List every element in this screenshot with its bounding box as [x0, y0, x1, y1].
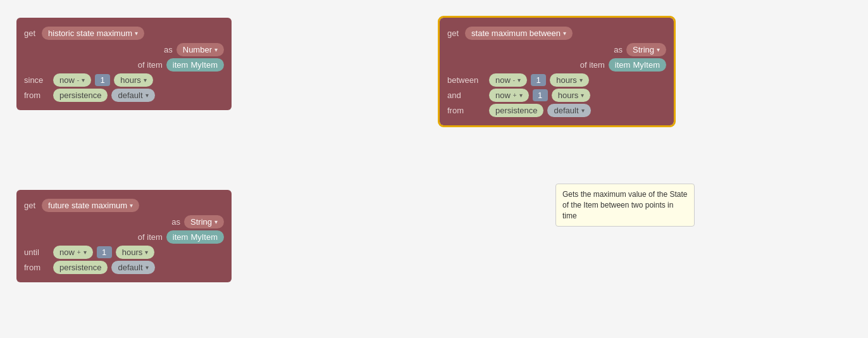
tooltip-text: Gets the maximum value of the State of t…	[562, 190, 687, 220]
block3-title-arrow: ▾	[563, 30, 566, 37]
block2-until-label: until	[24, 247, 49, 257]
block2-as-label: as	[171, 217, 180, 227]
block3-op2-label: +	[513, 92, 517, 99]
block3-now1-label: now	[495, 75, 511, 85]
block3-unit1-pill[interactable]: hours ▾	[550, 73, 589, 87]
block1-persistence-pill: persistence	[53, 89, 108, 102]
block2-title: future state maximum	[48, 201, 127, 210]
block2-default-pill[interactable]: default ▾	[111, 261, 154, 274]
block2-until-row: until now + ▾ 1 hours ▾	[24, 246, 224, 259]
block3-persistence-label: persistence	[495, 106, 537, 115]
block2-default-arrow: ▾	[146, 264, 149, 271]
block1-header-row: get historic state maximum ▾	[24, 25, 224, 41]
block3-now1-pill[interactable]: now - ▾	[489, 73, 527, 87]
block2-item-pill[interactable]: item MyItem	[166, 230, 224, 244]
block3-ofitem-label: of item	[580, 60, 605, 70]
block3-item-name: MyItem	[633, 60, 660, 70]
block2-now-pill[interactable]: now + ▾	[53, 246, 93, 259]
block3-persistence-pill: persistence	[489, 104, 543, 117]
block2-unit-pill[interactable]: hours ▾	[116, 246, 155, 259]
block-future-state-maximum: get future state maximum ▾ as String ▾ o…	[16, 190, 232, 282]
block2-unit-arrow: ▾	[145, 249, 148, 256]
block3-as-label: as	[614, 45, 623, 54]
block1-now-pill[interactable]: now - ▾	[53, 73, 91, 87]
block3-item-pill[interactable]: item MyItem	[609, 58, 666, 72]
block1-from-row: from persistence default ▾	[24, 89, 224, 102]
block2-ofitem-row: of item item MyItem	[24, 230, 224, 244]
block2-op-label: +	[77, 249, 81, 256]
block1-since-label: since	[24, 75, 49, 85]
block2-default-label: default	[118, 263, 142, 272]
block1-item-pill[interactable]: item MyItem	[166, 58, 224, 72]
block3-unit2: hours	[558, 91, 579, 100]
block3-as-arrow: ▾	[657, 46, 660, 53]
block3-default-pill[interactable]: default ▾	[547, 104, 590, 117]
block3-default-arrow: ▾	[581, 107, 585, 114]
block2-persistence-pill: persistence	[53, 261, 108, 274]
block2-ofitem-label: of item	[138, 232, 163, 242]
block3-op1-label: -	[513, 77, 515, 84]
block2-title-arrow: ▾	[130, 202, 133, 209]
block1-as-type-pill[interactable]: Number ▾	[177, 43, 224, 56]
block-historic-state-maximum: get historic state maximum ▾ as Number ▾…	[16, 18, 232, 110]
block1-unit: hours	[120, 75, 141, 85]
block3-as-row: as String ▾	[447, 43, 666, 56]
block2-as-type: String	[190, 217, 212, 227]
block3-op1-arrow: ▾	[518, 77, 521, 84]
block-state-maximum-between: get state maximum between ▾ as String ▾ …	[440, 18, 674, 125]
block1-unit-arrow: ▾	[144, 77, 147, 84]
block2-value[interactable]: 1	[97, 246, 112, 258]
tooltip: Gets the maximum value of the State of t…	[555, 184, 695, 227]
block2-title-pill[interactable]: future state maximum ▾	[42, 199, 139, 212]
block1-now-label: now	[59, 75, 75, 85]
block1-title: historic state maximum	[48, 28, 132, 38]
block1-ofitem-row: of item item MyItem	[24, 58, 224, 72]
block3-and-label: and	[447, 91, 485, 100]
block3-item-label: item	[615, 60, 631, 70]
workspace: get historic state maximum ▾ as Number ▾…	[0, 0, 868, 338]
block3-value1[interactable]: 1	[531, 74, 546, 86]
block3-value2[interactable]: 1	[533, 89, 548, 101]
block2-op-arrow: ▾	[84, 249, 87, 256]
block1-title-arrow: ▾	[135, 30, 138, 37]
block1-default-pill[interactable]: default ▾	[111, 89, 154, 102]
block2-persistence-label: persistence	[59, 263, 101, 272]
block3-as-type-pill[interactable]: String ▾	[626, 43, 666, 56]
block1-unit-pill[interactable]: hours ▾	[114, 73, 153, 87]
block1-as-type: Number	[183, 45, 212, 54]
block2-as-arrow: ▾	[214, 218, 218, 225]
block1-persistence-label: persistence	[59, 91, 101, 100]
block3-default-label: default	[554, 106, 578, 115]
block1-default-label: default	[118, 91, 142, 100]
block3-from-row: from persistence default ▾	[447, 104, 666, 117]
block1-since-row: since now - ▾ 1 hours ▾	[24, 73, 224, 87]
block3-now2-label: now	[495, 91, 511, 100]
block1-value[interactable]: 1	[95, 74, 110, 86]
block3-get-label: get	[447, 28, 459, 38]
block3-unit1-arrow: ▾	[580, 77, 583, 84]
block3-from-label: from	[447, 106, 485, 115]
block3-between-label: between	[447, 75, 485, 85]
block3-ofitem-row: of item item MyItem	[447, 58, 666, 72]
block2-as-type-pill[interactable]: String ▾	[184, 215, 224, 228]
block1-as-label: as	[164, 45, 173, 54]
block1-title-pill[interactable]: historic state maximum ▾	[42, 27, 144, 40]
block3-header-row: get state maximum between ▾	[447, 25, 666, 41]
block3-title-pill[interactable]: state maximum between ▾	[465, 27, 573, 40]
block2-now-label: now	[59, 247, 75, 257]
block3-now2-pill[interactable]: now + ▾	[489, 89, 529, 102]
block1-get-label: get	[24, 28, 35, 38]
block3-title: state maximum between	[471, 28, 561, 38]
block3-as-type: String	[633, 45, 654, 54]
block2-unit: hours	[122, 247, 143, 257]
block3-and-row: and now + ▾ 1 hours ▾	[447, 89, 666, 102]
block2-from-label: from	[24, 263, 49, 272]
block1-as-arrow: ▾	[214, 46, 218, 53]
block1-ofitem-label: of item	[138, 60, 163, 70]
block2-get-label: get	[24, 201, 35, 210]
block3-unit2-pill[interactable]: hours ▾	[552, 89, 591, 102]
block1-default-arrow: ▾	[146, 92, 149, 99]
block1-from-label: from	[24, 91, 49, 100]
block2-from-row: from persistence default ▾	[24, 261, 224, 274]
block2-header-row: get future state maximum ▾	[24, 197, 224, 213]
